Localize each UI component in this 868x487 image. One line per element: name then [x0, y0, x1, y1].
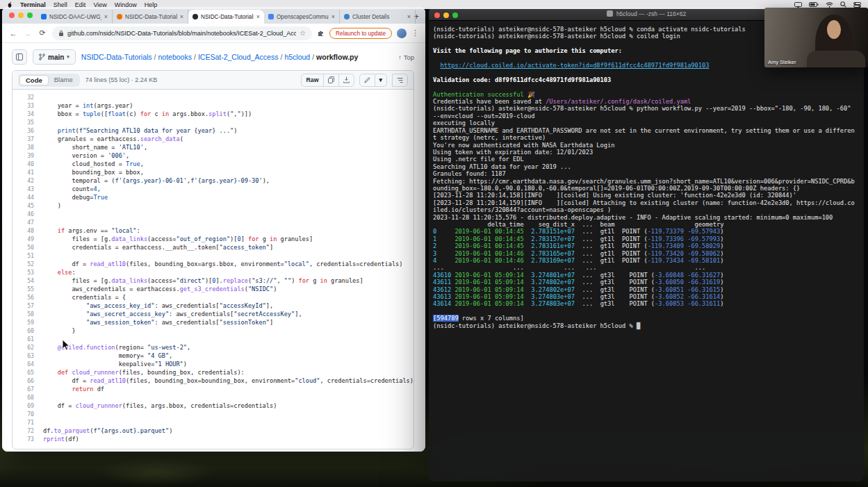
tab-close-icon[interactable]: × — [104, 14, 108, 20]
line-number[interactable]: 47 — [13, 218, 43, 226]
edit-icon[interactable] — [359, 74, 375, 87]
line-number[interactable]: 50 — [13, 243, 43, 251]
line-number[interactable]: 38 — [13, 143, 43, 151]
line-number[interactable]: 35 — [13, 118, 43, 126]
line-number[interactable]: 41 — [13, 168, 43, 176]
breadcrumb-link[interactable]: h5cloud — [284, 53, 310, 61]
tab-close-icon[interactable]: × — [331, 14, 335, 20]
code-text: files = [g.data_links(access="direct")[0… — [43, 276, 363, 285]
line-number[interactable]: 64 — [13, 360, 43, 368]
line-number[interactable]: 36 — [13, 126, 43, 135]
line-number[interactable]: 61 — [13, 335, 43, 343]
tab-blame[interactable]: Blame — [49, 75, 79, 85]
line-number[interactable]: 39 — [13, 151, 43, 160]
line-number[interactable]: 32 — [13, 93, 43, 101]
line-number[interactable]: 48 — [13, 226, 43, 235]
display-icon[interactable] — [794, 2, 802, 8]
menubar-item-window[interactable]: Window — [115, 1, 137, 8]
line-number[interactable]: 51 — [13, 251, 43, 260]
symbols-panel-icon[interactable] — [392, 74, 408, 87]
zoom-window-button[interactable] — [452, 13, 458, 18]
line-number[interactable]: 34 — [13, 110, 43, 118]
relaunch-to-update-button[interactable]: Relaunch to update — [329, 28, 392, 39]
tab-close-icon[interactable]: × — [407, 14, 411, 20]
raw-button[interactable]: Raw — [301, 74, 323, 87]
line-number[interactable]: 68 — [13, 393, 43, 402]
copy-icon[interactable] — [323, 74, 339, 87]
line-number[interactable]: 57 — [13, 302, 43, 310]
code-line: 38 short_name = 'ATL10', — [13, 143, 413, 151]
tab-close-icon[interactable]: × — [180, 14, 183, 20]
line-number[interactable]: 71 — [13, 418, 43, 427]
back-icon[interactable]: ← — [8, 29, 18, 38]
menubar-item-shell[interactable]: Shell — [54, 1, 67, 8]
browser-tab[interactable]: NSIDC-Data-Tutorials/...× — [113, 10, 188, 24]
search-icon[interactable] — [840, 1, 846, 8]
terminal-line: t strategy (netrc, interactive) — [433, 134, 860, 141]
control-center-icon[interactable] — [853, 2, 861, 8]
zoom-window-button[interactable] — [27, 13, 33, 18]
line-number[interactable]: 65 — [13, 368, 43, 377]
line-number[interactable]: 45 — [13, 201, 43, 210]
download-icon[interactable] — [338, 74, 354, 87]
breadcrumb-link[interactable]: ICESat-2_Cloud_Access — [198, 53, 279, 61]
code-line: 41 bounding_box = bbox, — [13, 168, 413, 176]
profile-avatar[interactable] — [397, 28, 407, 38]
breadcrumb-link[interactable]: notebooks — [158, 53, 192, 61]
line-number[interactable]: 33 — [13, 101, 43, 110]
menubar-item-edit[interactable]: Edit — [75, 1, 86, 8]
browser-tab[interactable]: OpenscapesCommunit...× — [264, 10, 340, 24]
line-number[interactable]: 44 — [13, 193, 43, 201]
back-to-top-link[interactable]: ↑ Top — [398, 53, 414, 61]
menubar-item-help[interactable]: Help — [145, 1, 158, 8]
forward-icon[interactable]: → — [23, 29, 33, 38]
menubar-item-terminal[interactable]: Terminal — [20, 1, 46, 8]
battery-icon[interactable] — [809, 2, 819, 7]
browser-tab[interactable]: Cluster Details× — [340, 10, 416, 24]
line-number[interactable]: 58 — [13, 310, 43, 318]
code-text — [43, 335, 47, 343]
minimize-window-button[interactable] — [443, 13, 449, 18]
browser-menu-icon[interactable]: ⋮ — [411, 28, 419, 38]
line-number[interactable]: 72 — [13, 427, 43, 435]
line-number[interactable]: 69 — [13, 402, 43, 410]
minimize-window-button[interactable] — [18, 13, 24, 18]
line-number[interactable]: 40 — [13, 160, 43, 168]
address-bar[interactable]: github.com/nsidc/NSIDC-Data-Tutorials/bl… — [52, 26, 312, 40]
file-tree-toggle-button[interactable] — [12, 49, 27, 65]
tab-close-icon[interactable]: × — [256, 14, 260, 20]
branch-selector[interactable]: main ▾ — [33, 49, 76, 65]
wifi-icon[interactable] — [826, 2, 833, 8]
line-number[interactable]: 46 — [13, 210, 43, 218]
line-number[interactable]: 59 — [13, 318, 43, 327]
terminal-output[interactable]: (nsidc-tutorials) asteiker@nsidc-578-ast… — [429, 21, 864, 334]
extensions-puzzle-icon[interactable] — [317, 29, 325, 37]
line-number[interactable]: 43 — [13, 185, 43, 193]
line-number[interactable]: 53 — [13, 268, 43, 276]
menubar-item-view[interactable]: View — [93, 1, 106, 8]
line-number[interactable]: 63 — [13, 352, 43, 360]
close-window-button[interactable] — [434, 13, 440, 18]
line-number[interactable]: 60 — [13, 327, 43, 335]
close-window-button[interactable] — [9, 13, 15, 18]
line-number[interactable]: 54 — [13, 276, 43, 285]
edit-caret-icon[interactable]: ▾ — [375, 74, 387, 87]
line-number[interactable]: 66 — [13, 377, 43, 385]
line-number[interactable]: 37 — [13, 135, 43, 143]
browser-tab[interactable]: NSIDC-DAAC-UWG_Ho...× — [37, 10, 113, 24]
bookmark-star-icon[interactable]: ☆ — [300, 29, 306, 37]
line-number[interactable]: 67 — [13, 385, 43, 393]
line-number[interactable]: 52 — [13, 260, 43, 268]
line-number[interactable]: 49 — [13, 235, 43, 243]
tab-code[interactable]: Code — [19, 75, 49, 85]
breadcrumb-link[interactable]: NSIDC-Data-Tutorials — [81, 53, 152, 61]
reload-icon[interactable]: ⟳ — [38, 28, 47, 38]
line-number[interactable]: 62 — [13, 343, 43, 352]
line-number[interactable]: 55 — [13, 285, 43, 293]
browser-tab[interactable]: NSIDC-Data-Tutorials× — [188, 10, 264, 24]
line-number[interactable]: 42 — [13, 176, 43, 185]
line-number[interactable]: 56 — [13, 293, 43, 302]
line-number[interactable]: 70 — [13, 410, 43, 418]
apple-menu-icon[interactable] — [7, 1, 13, 8]
line-number[interactable]: 73 — [13, 435, 43, 443]
